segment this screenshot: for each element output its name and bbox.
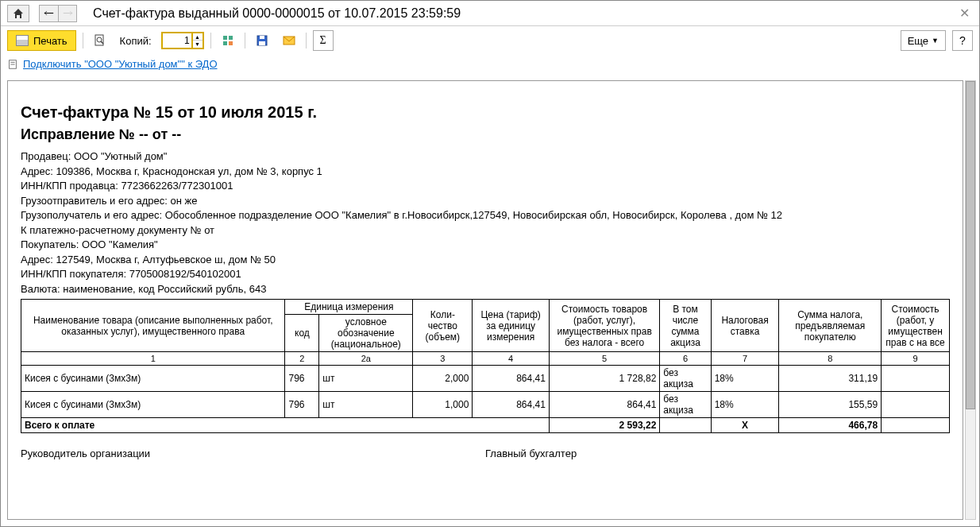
copies-spinner[interactable]: ▲ ▼ <box>193 32 204 49</box>
th-tax-amount: Сумма налога, предъявляемая покупателю <box>779 300 882 352</box>
colnum: 9 <box>882 352 950 366</box>
th-cost-with-tax: Стоимость (работ, у имуществен прав с на… <box>882 300 950 352</box>
spinner-up[interactable]: ▲ <box>193 33 203 41</box>
spinner-down[interactable]: ▼ <box>193 41 203 48</box>
toolbar-separator <box>306 33 307 48</box>
sigma-icon: Σ <box>320 34 326 47</box>
invoice-heading: Счет-фактура № 15 от 10 июля 2015 г. <box>21 103 950 122</box>
scrollbar-thumb[interactable] <box>966 81 975 409</box>
home-icon <box>12 7 25 20</box>
shipper-line: Грузоотправитель и его адрес: он же <box>21 194 950 208</box>
director-signature-label: Руководитель организации <box>21 448 485 459</box>
edo-connect-link[interactable]: Подключить "ООО "Уютный дом"" к ЭДО <box>23 58 218 70</box>
consignee-line: Грузополучатель и его адрес: Обособленно… <box>21 208 950 223</box>
th-qty: Коли-чество (объем) <box>413 300 473 352</box>
toolbar-separator <box>83 33 83 48</box>
colnum: 8 <box>779 352 882 366</box>
th-unit-code: код <box>285 315 319 352</box>
arrow-left-icon: 🡐 <box>44 7 54 19</box>
close-button[interactable]: ✕ <box>956 6 973 21</box>
th-excise: В том числе сумма акциза <box>660 300 711 352</box>
svg-rect-5 <box>223 41 227 45</box>
svg-rect-4 <box>229 36 233 40</box>
vertical-scrollbar[interactable] <box>965 80 976 520</box>
toolbar-separator <box>245 33 245 48</box>
print-label: Печать <box>33 35 68 47</box>
more-button[interactable]: Еще ▼ <box>901 30 946 51</box>
th-unit-symbol: условное обозначение (национальное) <box>319 315 413 352</box>
colnum: 4 <box>473 352 550 366</box>
document-viewport: Счет-фактура № 15 от 10 июля 2015 г. Исп… <box>7 80 963 520</box>
help-icon: ? <box>959 34 966 47</box>
colnum: 6 <box>660 352 711 366</box>
email-button[interactable] <box>279 30 299 51</box>
svg-rect-8 <box>260 36 264 39</box>
edo-icon <box>7 59 18 70</box>
colnum: 3 <box>413 352 473 366</box>
preview-button[interactable] <box>90 30 110 51</box>
copies-label: Копий: <box>120 35 152 47</box>
back-button[interactable]: 🡐 <box>39 5 58 22</box>
floppy-icon <box>256 34 268 47</box>
forward-button[interactable]: 🡒 <box>58 5 77 22</box>
th-tax-rate: Налоговая ставка <box>711 300 779 352</box>
envelope-icon <box>283 34 295 47</box>
seller-inn: ИНН/КПП продавца: 7723662263/772301001 <box>21 179 950 193</box>
print-button[interactable]: Печать <box>7 30 76 51</box>
total-row: Всего к оплате 2 593,22 Х 466,78 <box>21 418 950 433</box>
th-unit: Единица измерения <box>285 300 413 315</box>
seller-address: Адрес: 109386, Москва г, Краснодонская у… <box>21 165 950 179</box>
magnifier-icon <box>94 34 106 47</box>
colnum: 2 <box>285 352 319 366</box>
colnum: 2а <box>319 352 413 366</box>
colnum: 5 <box>549 352 659 366</box>
svg-rect-3 <box>223 36 227 40</box>
svg-rect-0 <box>95 35 103 45</box>
buyer-inn: ИНН/КПП покупателя: 7705008192/540102001 <box>21 267 950 281</box>
currency-line: Валюта: наименование, код Российский руб… <box>21 282 950 296</box>
home-button[interactable] <box>7 5 29 22</box>
th-name: Наименование товара (описание выполненны… <box>21 300 285 352</box>
payment-doc-line: К платежно-расчетному документу № от <box>21 223 950 238</box>
copies-input[interactable] <box>161 32 193 49</box>
more-label: Еще <box>908 35 928 47</box>
table-row: Кисея с бусинами (3мх3м) 796 шт 2,000 86… <box>21 366 950 392</box>
settings-button[interactable] <box>218 30 238 51</box>
print-icon <box>16 35 29 46</box>
seller-line: Продавец: ООО "Уютный дом" <box>21 149 950 164</box>
save-button[interactable] <box>252 30 272 51</box>
th-price: Цена (тариф) за единицу измерения <box>473 300 550 352</box>
grid-icon <box>222 34 234 47</box>
help-button[interactable]: ? <box>952 30 973 51</box>
table-row: Кисея с бусинами (3мх3м) 796 шт 1,000 86… <box>21 392 950 418</box>
sum-button[interactable]: Σ <box>313 30 334 51</box>
window-title: Счет-фактура выданный 0000-0000015 от 10… <box>93 6 956 21</box>
svg-rect-6 <box>229 41 233 45</box>
colnum: 1 <box>21 352 285 366</box>
invoice-table: Наименование товара (описание выполненны… <box>21 299 950 433</box>
svg-rect-9 <box>259 41 265 45</box>
buyer-address: Адрес: 127549, Москва г, Алтуфьевское ш,… <box>21 253 950 267</box>
close-icon: ✕ <box>959 6 970 20</box>
arrow-right-icon: 🡒 <box>63 7 73 19</box>
chevron-down-icon: ▼ <box>932 37 939 45</box>
correction-heading: Исправление № -- от -- <box>21 126 950 143</box>
th-cost-no-tax: Стоимость товаров (работ, услуг), имущес… <box>549 300 659 352</box>
colnum: 7 <box>711 352 779 366</box>
buyer-line: Покупатель: ООО "Камелия" <box>21 238 950 252</box>
accountant-signature-label: Главный бухгалтер <box>485 448 950 459</box>
toolbar-separator <box>210 33 211 48</box>
